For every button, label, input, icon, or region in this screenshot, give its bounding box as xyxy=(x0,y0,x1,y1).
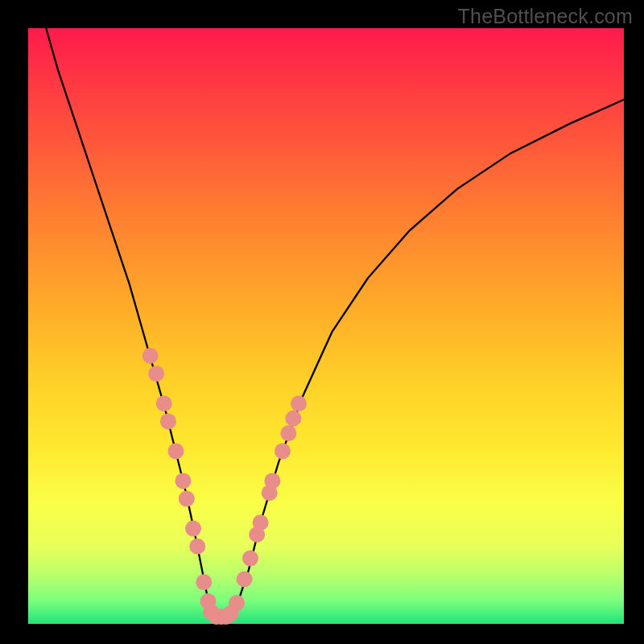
marker-dot xyxy=(291,395,307,411)
marker-dot xyxy=(189,539,205,555)
marker-dot xyxy=(280,425,296,441)
marker-dot xyxy=(242,551,258,567)
marker-dot xyxy=(168,443,184,459)
marker-dot xyxy=(175,473,191,489)
marker-dot xyxy=(196,574,212,590)
watermark-text: TheBottleneck.com xyxy=(458,5,633,28)
marker-dot xyxy=(179,491,195,507)
marker-dot xyxy=(237,572,253,588)
chart-frame: TheBottleneck.com xyxy=(0,0,644,644)
marker-dot xyxy=(156,395,172,411)
marker-dot xyxy=(185,521,201,537)
marker-dot xyxy=(160,413,176,429)
marker-dots-group xyxy=(142,348,307,625)
marker-dot xyxy=(229,595,245,611)
marker-dot xyxy=(142,348,159,364)
marker-dot xyxy=(285,411,301,427)
marker-dot xyxy=(253,514,269,530)
marker-dot xyxy=(275,443,291,459)
chart-plot-area xyxy=(28,28,624,624)
chart-svg xyxy=(28,28,624,624)
marker-dot xyxy=(264,473,280,489)
bottleneck-curve xyxy=(46,28,624,617)
marker-dot xyxy=(148,365,164,382)
